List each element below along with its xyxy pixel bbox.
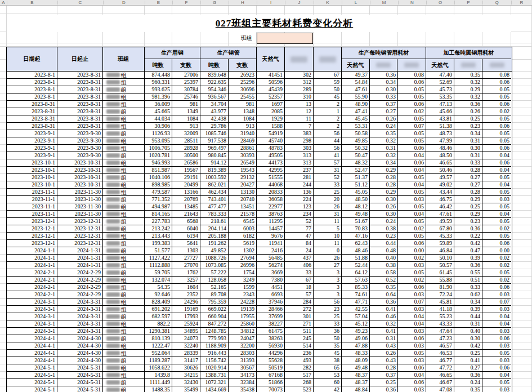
cell-perpipe-redacted-2[interactable]: 0.04 xyxy=(398,152,426,159)
column-letter[interactable]: I xyxy=(257,0,285,5)
cell-perround-redacted-2[interactable]: 0.04 xyxy=(482,152,511,159)
cell-perpipe-gas[interactable]: 45.12 xyxy=(342,320,370,328)
cell-natural-gas[interactable]: 1588 xyxy=(257,123,285,130)
cell-date-end[interactable]: 2024-5-31 xyxy=(57,379,103,386)
cell-perpipe-redacted-1[interactable]: 0.29 xyxy=(370,167,398,174)
cell-steel-tons[interactable]: 952.064 xyxy=(145,350,172,357)
cell-steel-pieces[interactable]: 20769 xyxy=(172,196,200,203)
cell-redacted-j[interactable]: 52 xyxy=(285,218,314,225)
cell-natural-gas[interactable]: 61475 xyxy=(257,328,285,335)
cell-perround-redacted-1[interactable]: 0.36 xyxy=(454,372,482,379)
cell-date-end[interactable]: 2023-11-30 xyxy=(57,203,103,211)
cell-perpipe-gas[interactable]: 47.88 xyxy=(342,342,370,350)
cell-natural-gas[interactable]: 6693 xyxy=(257,291,285,299)
cell-perround-redacted-2[interactable]: 0.00 xyxy=(482,247,511,255)
cell-perround-gas[interactable]: 43.81 xyxy=(426,115,454,123)
cell-perround-redacted-1[interactable]: 0.34 xyxy=(454,299,482,306)
cell-redacted-k[interactable]: 36 xyxy=(314,328,342,335)
cell-redacted-j[interactable]: 523 xyxy=(285,386,314,392)
cell-pipe-tons[interactable]: 743.401 xyxy=(200,196,229,203)
cell-steel-tons[interactable]: 946.993 xyxy=(145,159,172,167)
cell-date-start[interactable]: 2023-8-31 xyxy=(7,108,57,115)
cell-date-end[interactable]: 2024-2-29 xyxy=(57,277,103,284)
cell-redacted-k[interactable]: 53 xyxy=(314,372,342,379)
cell-pipe-pieces[interactable]: 13130 xyxy=(229,189,257,196)
cell-perround-redacted-2[interactable]: 0.05 xyxy=(482,130,511,137)
cell-perpipe-redacted-1[interactable]: 0.48 xyxy=(370,247,398,255)
cell-perpipe-gas[interactable]: 48.32 xyxy=(342,159,370,167)
cell-redacted-j[interactable]: 67 xyxy=(285,277,314,284)
cell-perround-gas[interactable]: 49.59 xyxy=(426,218,454,225)
cell-perpipe-redacted-2[interactable]: 0.04 xyxy=(398,211,426,218)
cell-date-start[interactable]: 2023-8-1 xyxy=(7,72,57,79)
cell-team[interactable]: 组 xyxy=(103,277,145,284)
cell-steel-tons[interactable]: 682.597 xyxy=(145,313,172,320)
cell-date-start[interactable]: 2023-8-31 xyxy=(7,101,57,108)
column-letter[interactable]: P xyxy=(454,0,482,5)
cell-steel-tons[interactable]: 92.646 xyxy=(145,291,172,299)
cell-redacted-j[interactable]: 298 xyxy=(285,137,314,145)
cell-date-end[interactable]: 2023-12-31 xyxy=(57,233,103,240)
cell-date-start[interactable]: 2024-1-1 xyxy=(7,262,57,269)
cell-perround-redacted-2[interactable]: 0.05 xyxy=(482,350,511,357)
cell-redacted-j[interactable]: 11 xyxy=(285,115,314,123)
cell-date-start[interactable]: 2023-9-1 xyxy=(7,152,57,159)
cell-perpipe-redacted-1[interactable]: 0.32 xyxy=(370,320,398,328)
cell-redacted-j[interactable]: 84 xyxy=(285,240,314,247)
cell-steel-tons[interactable]: 993.625 xyxy=(145,86,172,93)
cell-perround-redacted-2[interactable]: 0.06 xyxy=(482,101,511,108)
cell-pipe-pieces[interactable]: 21578 xyxy=(229,211,257,218)
cell-redacted-j[interactable]: 123 xyxy=(285,203,314,211)
cell-perround-gas[interactable]: 43.33 xyxy=(426,320,454,328)
cell-steel-pieces[interactable]: 19169 xyxy=(172,306,200,313)
header-natural-gas[interactable]: 天然气 xyxy=(257,47,285,71)
cell-pipe-tons[interactable]: 1088.726 xyxy=(200,255,229,262)
cell-perround-redacted-1[interactable]: 0.29 xyxy=(454,196,482,203)
cell-perpipe-redacted-2[interactable]: 0.04 xyxy=(398,313,426,320)
cell-date-end[interactable]: 2023-8-31 xyxy=(57,93,103,101)
cell-pipe-pieces[interactable]: 1599 xyxy=(229,284,257,291)
cell-steel-pieces[interactable]: 32009 xyxy=(172,130,200,137)
cell-perround-gas[interactable]: 49.57 xyxy=(426,174,454,181)
cell-perround-gas[interactable]: 46.84 xyxy=(426,247,454,255)
cell-perpipe-redacted-1[interactable]: 0.43 xyxy=(370,357,398,364)
cell-redacted-k[interactable]: 2 xyxy=(314,123,342,130)
cell-perpipe-redacted-1[interactable]: 0.32 xyxy=(370,137,398,145)
cell-date-start[interactable]: 2023-12-1 xyxy=(7,225,57,233)
cell-perpipe-gas[interactable]: 55.90 xyxy=(342,93,370,101)
cell-perpipe-redacted-1[interactable]: 0.58 xyxy=(370,269,398,277)
cell-perpipe-redacted-1[interactable]: 0.44 xyxy=(370,240,398,247)
cell-pipe-pieces[interactable]: 5619 xyxy=(229,240,257,247)
cell-perpipe-redacted-2[interactable]: 0.07 xyxy=(398,299,426,306)
cell-team[interactable]: 组 xyxy=(103,72,145,79)
cell-perround-redacted-2[interactable]: 0.02 xyxy=(482,262,511,269)
cell-perround-redacted-1[interactable]: 0.51 xyxy=(454,277,482,284)
cell-perpipe-gas[interactable]: 45.05 xyxy=(342,189,370,196)
cell-redacted-j[interactable]: 511 xyxy=(285,328,314,335)
cell-steel-pieces[interactable]: 1349 xyxy=(172,108,200,115)
cell-perround-gas[interactable]: 51.38 xyxy=(426,123,454,130)
cell-date-start[interactable]: 2024-2-1 xyxy=(7,291,57,299)
cell-redacted-j[interactable]: 57 xyxy=(285,291,314,299)
cell-perpipe-redacted-2[interactable]: 0.06 xyxy=(398,379,426,386)
column-letter[interactable]: F xyxy=(172,0,200,5)
cell-redacted-k[interactable]: 31 xyxy=(314,211,342,218)
cell-redacted-j[interactable]: 282 xyxy=(285,364,314,372)
cell-pipe-pieces[interactable]: 6003 xyxy=(229,225,257,233)
cell-steel-pieces[interactable]: 25924 xyxy=(172,320,200,328)
column-letter[interactable]: O xyxy=(426,0,454,5)
cell-team[interactable]: 组 xyxy=(103,123,145,130)
cell-redacted-j[interactable]: 24 xyxy=(285,247,314,255)
cell-perpipe-gas[interactable]: 64.12 xyxy=(342,269,370,277)
cell-natural-gas[interactable]: 41451 xyxy=(257,72,285,79)
cell-perround-gas[interactable]: 72.24 xyxy=(426,291,454,299)
header-per-ton-pipe[interactable]: 生产每吨钢管用耗材 xyxy=(342,47,426,59)
cell-steel-pieces[interactable]: 29191 xyxy=(172,174,200,181)
header-prod-steel[interactable]: 生产用钢 xyxy=(145,47,200,59)
cell-redacted-k[interactable]: 11 xyxy=(314,240,342,247)
cell-team[interactable]: 组 xyxy=(103,335,145,342)
cell-perpipe-redacted-2[interactable]: 0.03 xyxy=(398,291,426,299)
cell-perpipe-redacted-1[interactable]: 0.36 xyxy=(370,299,398,306)
cell-natural-gas[interactable]: 1697 xyxy=(257,101,285,108)
cell-pipe-pieces[interactable]: 17955 xyxy=(229,313,257,320)
